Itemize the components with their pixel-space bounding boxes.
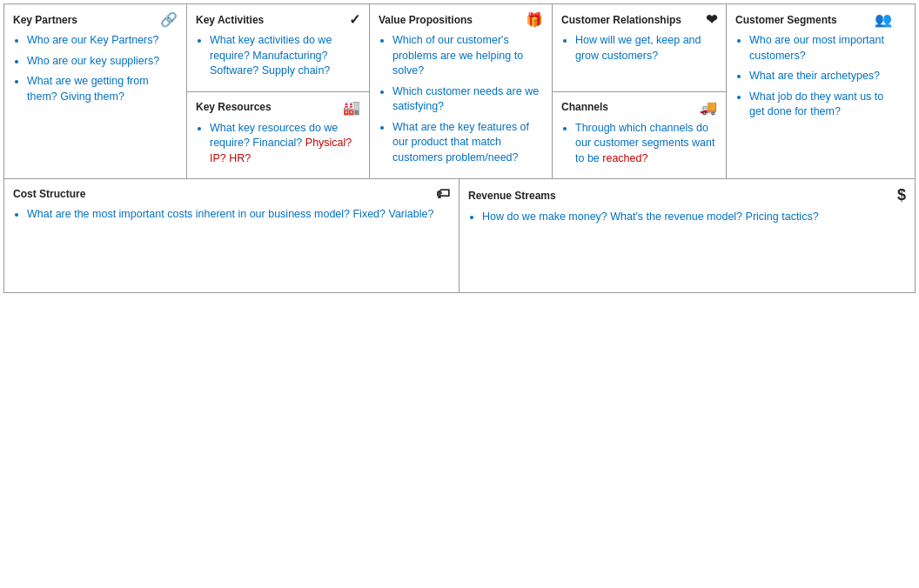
value-propositions-list: Which of our customer's problems are we … xyxy=(379,33,543,165)
customer-segments-list: Who are our most important customers? Wh… xyxy=(735,33,892,120)
key-partners-title: Key Partners 🔗 xyxy=(13,11,178,28)
key-partners-item-2: Who are our key suppliers? xyxy=(27,55,159,67)
channels-label: Channels xyxy=(561,101,608,113)
key-activities-title: Key Activities ✓ xyxy=(196,11,360,28)
list-item: What are their archetypes? xyxy=(749,69,892,84)
channels-cell: Channels 🚚 Through which channels do our… xyxy=(553,92,726,179)
cost-item-1: What are the most important costs inhere… xyxy=(27,208,433,220)
cost-structure-icon: 🏷 xyxy=(436,186,450,202)
revenue-streams-list: How do we make money? What's the revenue… xyxy=(468,210,906,225)
list-item: What are the key features of our product… xyxy=(392,120,543,166)
cost-structure-cell: Cost Structure 🏷 What are the most impor… xyxy=(4,179,460,292)
key-activities-icon: ✓ xyxy=(349,11,360,28)
key-partners-cell: Key Partners 🔗 Who are our Key Partners?… xyxy=(4,4,187,178)
list-item: What are the most important costs inhere… xyxy=(27,207,450,223)
value-propositions-label: Value Propositions xyxy=(379,14,473,26)
customer-segments-cell: Customer Segments 👥 Who are our most imp… xyxy=(727,4,901,178)
vp-item-3: What are the key features of our product… xyxy=(392,121,529,164)
revenue-streams-icon: $ xyxy=(897,186,906,204)
list-item: Who are our key suppliers? xyxy=(27,54,178,70)
cr-item-1: How will we get, keep and grow customers… xyxy=(575,34,701,62)
channels-icon: 🚚 xyxy=(700,99,717,116)
cs-item-1: Who are our most important customers? xyxy=(749,34,884,62)
channels-item-1b: reached? xyxy=(602,152,647,164)
vp-item-2: Which customer needs are we satisfying? xyxy=(392,85,539,113)
cs-item-3: What job do they want us to get done for… xyxy=(749,90,883,118)
key-activities-item-1: What key activities do we require? Manuf… xyxy=(210,34,332,77)
revenue-streams-title: Revenue Streams $ xyxy=(468,186,906,204)
key-activities-label: Key Activities xyxy=(196,14,264,26)
cost-structure-title: Cost Structure 🏷 xyxy=(13,186,450,202)
vp-item-1: Which of our customer's problems are we … xyxy=(392,34,523,77)
list-item: How do we make money? What's the revenue… xyxy=(482,210,906,225)
customer-relationships-list: How will we get, keep and grow customers… xyxy=(561,33,717,63)
key-resources-list: What key resources do we require? Financ… xyxy=(196,121,360,167)
customer-segments-icon: 👥 xyxy=(875,11,892,28)
customer-relationships-title: Customer Relationships ❤ xyxy=(561,11,717,28)
list-item: What key activities do we require? Manuf… xyxy=(210,33,360,79)
business-model-canvas: Key Partners 🔗 Who are our Key Partners?… xyxy=(3,3,916,293)
customer-segments-title: Customer Segments 👥 xyxy=(735,11,892,28)
customer-relationships-cell: Customer Relationships ❤ How will we get… xyxy=(553,4,726,92)
revenue-item-1: How do we make money? What's the revenue… xyxy=(482,210,819,223)
key-resources-title: Key Resources 🏭 xyxy=(196,99,360,116)
list-item: What job do they want us to get done for… xyxy=(749,90,892,120)
revenue-streams-label: Revenue Streams xyxy=(468,190,556,202)
key-resources-cell: Key Resources 🏭 What key resources do we… xyxy=(187,92,369,179)
cs-item-2: What are their archetypes? xyxy=(749,70,880,82)
list-item: What are we getting from them? Giving th… xyxy=(27,74,178,104)
key-partners-icon: 🔗 xyxy=(160,11,178,28)
list-item: Which customer needs are we satisfying? xyxy=(392,84,543,115)
value-propositions-icon: 🎁 xyxy=(526,11,543,28)
key-activities-list: What key activities do we require? Manuf… xyxy=(196,33,360,79)
channels-title: Channels 🚚 xyxy=(561,99,717,116)
list-item: Who are our most important customers? xyxy=(749,33,892,63)
value-propositions-cell: Value Propositions 🎁 Which of our custom… xyxy=(370,4,553,178)
activities-resources-column: Key Activities ✓ What key activities do … xyxy=(187,4,370,178)
list-item: How will we get, keep and grow customers… xyxy=(575,33,717,63)
key-resources-icon: 🏭 xyxy=(343,99,360,116)
list-item: Which of our customer's problems are we … xyxy=(392,33,543,79)
channels-list: Through which channels do our customer s… xyxy=(561,121,717,167)
value-propositions-title: Value Propositions 🎁 xyxy=(379,11,543,28)
customer-relationships-icon: ❤ xyxy=(706,11,717,28)
cost-structure-list: What are the most important costs inhere… xyxy=(13,207,450,223)
customer-relationships-label: Customer Relationships xyxy=(561,14,681,26)
revenue-streams-cell: Revenue Streams $ How do we make money? … xyxy=(460,179,915,292)
cost-structure-label: Cost Structure xyxy=(13,188,85,200)
customer-segments-label: Customer Segments xyxy=(735,14,837,26)
list-item: Through which channels do our customer s… xyxy=(575,121,717,167)
list-item: Who are our Key Partners? xyxy=(27,33,178,49)
key-partners-label: Key Partners xyxy=(13,14,77,26)
cr-channels-column: Customer Relationships ❤ How will we get… xyxy=(553,4,727,178)
list-item: What key resources do we require? Financ… xyxy=(210,121,360,167)
key-partners-item-3: What are we getting from them? Giving th… xyxy=(27,75,149,103)
key-resources-label: Key Resources xyxy=(196,101,272,113)
key-partners-item-1: Who are our Key Partners? xyxy=(27,34,158,46)
key-activities-cell: Key Activities ✓ What key activities do … xyxy=(187,4,369,92)
key-partners-list: Who are our Key Partners? Who are our ke… xyxy=(13,33,178,104)
